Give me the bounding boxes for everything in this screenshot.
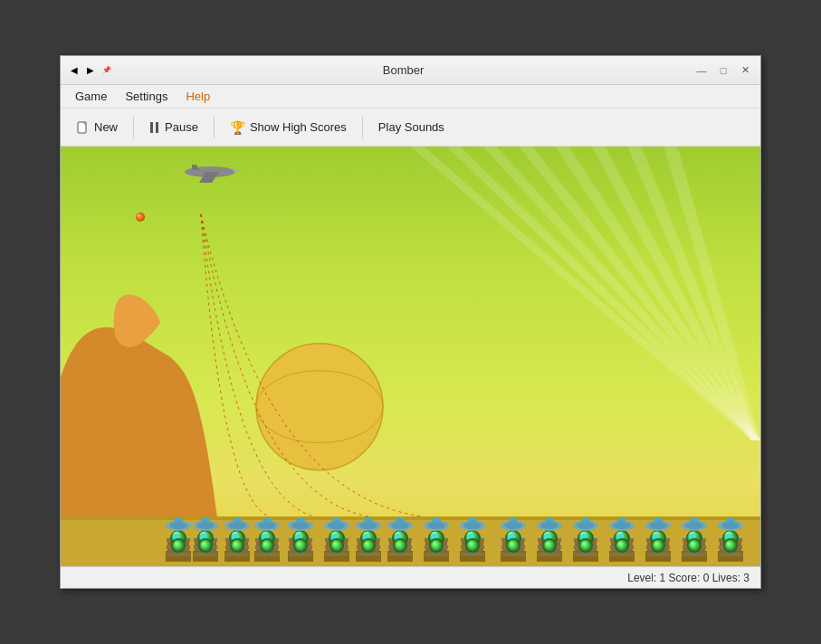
highscores-button[interactable]: 🏆 Show High Scores: [221, 117, 356, 138]
menu-settings[interactable]: Settings: [118, 88, 175, 105]
close-button[interactable]: ✕: [737, 62, 753, 79]
minimize-button[interactable]: —: [693, 62, 710, 79]
separator-3: [362, 117, 363, 138]
window-title: Bomber: [113, 63, 693, 77]
window-controls: — □ ✕: [693, 62, 753, 79]
trophy-icon: 🏆: [230, 120, 245, 135]
svg-rect-2: [84, 122, 86, 124]
new-icon: [77, 121, 90, 134]
separator-2: [214, 117, 215, 138]
menubar: Game Settings Help: [61, 85, 760, 109]
main-window: ◀ ▶ 📌 Bomber — □ ✕ Game Settings Help Ne…: [60, 55, 761, 589]
title-bar-icons: ◀ ▶ 📌: [68, 64, 113, 77]
menu-help[interactable]: Help: [178, 88, 217, 105]
pin-icon: 📌: [100, 64, 113, 77]
new-label: New: [94, 120, 118, 134]
sounds-button[interactable]: Play Sounds: [369, 117, 453, 137]
app-icon-right: ▶: [84, 64, 97, 77]
svg-rect-4: [156, 122, 158, 133]
new-button[interactable]: New: [68, 117, 127, 137]
app-icon-left: ◀: [68, 64, 81, 77]
game-canvas: [61, 147, 760, 566]
pause-icon: [149, 121, 160, 134]
game-area: [61, 147, 760, 566]
separator-1: [133, 117, 134, 138]
pause-button[interactable]: Pause: [140, 117, 207, 137]
svg-rect-3: [150, 122, 153, 133]
sounds-label: Play Sounds: [378, 120, 444, 134]
status-text: Level: 1 Score: 0 Lives: 3: [627, 572, 749, 584]
toolbar: New Pause 🏆 Show High Scores Play Sounds: [61, 109, 760, 147]
title-bar: ◀ ▶ 📌 Bomber — □ ✕: [61, 56, 760, 85]
highscores-label: Show High Scores: [250, 120, 347, 134]
menu-game[interactable]: Game: [68, 88, 114, 105]
maximize-button[interactable]: □: [715, 62, 731, 79]
status-bar: Level: 1 Score: 0 Lives: 3: [61, 566, 760, 588]
pause-label: Pause: [165, 120, 198, 134]
